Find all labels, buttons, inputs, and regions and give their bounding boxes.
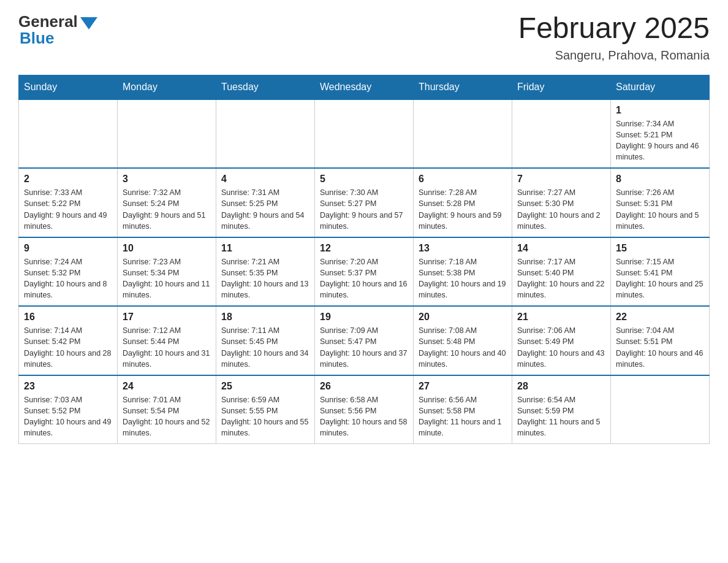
- day-number: 18: [221, 312, 309, 323]
- day-info: Sunrise: 7:09 AMSunset: 5:47 PMDaylight:…: [320, 325, 408, 370]
- day-number: 10: [123, 243, 211, 254]
- day-info: Sunrise: 6:59 AMSunset: 5:55 PMDaylight:…: [221, 394, 309, 439]
- day-number: 3: [123, 174, 211, 185]
- calendar-cell: 27Sunrise: 6:56 AMSunset: 5:58 PMDayligh…: [414, 375, 512, 444]
- calendar-cell: [118, 99, 216, 169]
- calendar-cell: 19Sunrise: 7:09 AMSunset: 5:47 PMDayligh…: [315, 306, 414, 375]
- calendar-cell: 10Sunrise: 7:23 AMSunset: 5:34 PMDayligh…: [118, 237, 216, 307]
- month-title: February 2025: [518, 12, 710, 45]
- calendar-cell: 5Sunrise: 7:30 AMSunset: 5:27 PMDaylight…: [315, 168, 414, 237]
- calendar-cell: 15Sunrise: 7:15 AMSunset: 5:41 PMDayligh…: [611, 237, 710, 307]
- day-number: 15: [616, 243, 704, 254]
- day-info: Sunrise: 7:12 AMSunset: 5:44 PMDaylight:…: [123, 325, 211, 370]
- day-info: Sunrise: 7:18 AMSunset: 5:38 PMDaylight:…: [419, 256, 507, 301]
- day-number: 28: [517, 381, 605, 392]
- day-info: Sunrise: 7:17 AMSunset: 5:40 PMDaylight:…: [517, 256, 605, 301]
- day-number: 12: [320, 243, 408, 254]
- calendar-cell: 16Sunrise: 7:14 AMSunset: 5:42 PMDayligh…: [19, 306, 118, 375]
- weekday-header-tuesday: Tuesday: [216, 75, 315, 99]
- day-info: Sunrise: 7:15 AMSunset: 5:41 PMDaylight:…: [616, 256, 704, 301]
- calendar-cell: 24Sunrise: 7:01 AMSunset: 5:54 PMDayligh…: [118, 375, 216, 444]
- day-number: 4: [221, 174, 309, 185]
- calendar-cell: 7Sunrise: 7:27 AMSunset: 5:30 PMDaylight…: [512, 168, 611, 237]
- day-info: Sunrise: 7:20 AMSunset: 5:37 PMDaylight:…: [320, 256, 408, 301]
- day-number: 20: [419, 312, 507, 323]
- calendar-cell: 13Sunrise: 7:18 AMSunset: 5:38 PMDayligh…: [414, 237, 512, 307]
- calendar-cell: 11Sunrise: 7:21 AMSunset: 5:35 PMDayligh…: [216, 237, 315, 307]
- calendar-cell: 8Sunrise: 7:26 AMSunset: 5:31 PMDaylight…: [611, 168, 710, 237]
- logo: General Blue: [18, 12, 97, 48]
- day-info: Sunrise: 7:30 AMSunset: 5:27 PMDaylight:…: [320, 187, 408, 232]
- day-number: 11: [221, 243, 309, 254]
- calendar-cell: 14Sunrise: 7:17 AMSunset: 5:40 PMDayligh…: [512, 237, 611, 307]
- day-info: Sunrise: 7:06 AMSunset: 5:49 PMDaylight:…: [517, 325, 605, 370]
- weekday-header-wednesday: Wednesday: [315, 75, 414, 99]
- day-info: Sunrise: 6:56 AMSunset: 5:58 PMDaylight:…: [419, 394, 507, 439]
- day-number: 21: [517, 312, 605, 323]
- calendar-cell: 3Sunrise: 7:32 AMSunset: 5:24 PMDaylight…: [118, 168, 216, 237]
- logo-triangle-icon: [80, 17, 97, 29]
- logo-blue-text: Blue: [18, 29, 54, 48]
- calendar-cell: [19, 99, 118, 169]
- day-number: 25: [221, 381, 309, 392]
- weekday-header-friday: Friday: [512, 75, 611, 99]
- day-info: Sunrise: 7:21 AMSunset: 5:35 PMDaylight:…: [221, 256, 309, 301]
- day-info: Sunrise: 7:24 AMSunset: 5:32 PMDaylight:…: [24, 256, 112, 301]
- calendar-cell: 4Sunrise: 7:31 AMSunset: 5:25 PMDaylight…: [216, 168, 315, 237]
- day-number: 2: [24, 174, 112, 185]
- calendar-week-2: 9Sunrise: 7:24 AMSunset: 5:32 PMDaylight…: [19, 237, 710, 307]
- day-info: Sunrise: 7:32 AMSunset: 5:24 PMDaylight:…: [123, 187, 211, 232]
- day-number: 16: [24, 312, 112, 323]
- calendar-cell: [512, 99, 611, 169]
- day-info: Sunrise: 7:01 AMSunset: 5:54 PMDaylight:…: [123, 394, 211, 439]
- calendar-cell: [315, 99, 414, 169]
- day-number: 23: [24, 381, 112, 392]
- calendar-week-0: 1Sunrise: 7:34 AMSunset: 5:21 PMDaylight…: [19, 99, 710, 169]
- calendar-cell: 18Sunrise: 7:11 AMSunset: 5:45 PMDayligh…: [216, 306, 315, 375]
- calendar-cell: 6Sunrise: 7:28 AMSunset: 5:28 PMDaylight…: [414, 168, 512, 237]
- day-info: Sunrise: 7:26 AMSunset: 5:31 PMDaylight:…: [616, 187, 704, 232]
- calendar-cell: 17Sunrise: 7:12 AMSunset: 5:44 PMDayligh…: [118, 306, 216, 375]
- day-info: Sunrise: 7:23 AMSunset: 5:34 PMDaylight:…: [123, 256, 211, 301]
- day-number: 17: [123, 312, 211, 323]
- calendar-cell: [611, 375, 710, 444]
- day-number: 1: [616, 105, 704, 116]
- day-info: Sunrise: 7:08 AMSunset: 5:48 PMDaylight:…: [419, 325, 507, 370]
- day-number: 22: [616, 312, 704, 323]
- weekday-header-sunday: Sunday: [19, 75, 118, 99]
- day-number: 27: [419, 381, 507, 392]
- calendar-cell: 20Sunrise: 7:08 AMSunset: 5:48 PMDayligh…: [414, 306, 512, 375]
- day-number: 8: [616, 174, 704, 185]
- page-header: General Blue February 2025 Sangeru, Prah…: [18, 12, 710, 63]
- day-number: 14: [517, 243, 605, 254]
- day-info: Sunrise: 7:03 AMSunset: 5:52 PMDaylight:…: [24, 394, 112, 439]
- calendar-cell: 23Sunrise: 7:03 AMSunset: 5:52 PMDayligh…: [19, 375, 118, 444]
- day-number: 13: [419, 243, 507, 254]
- day-info: Sunrise: 6:54 AMSunset: 5:59 PMDaylight:…: [517, 394, 605, 439]
- day-number: 19: [320, 312, 408, 323]
- day-number: 6: [419, 174, 507, 185]
- day-number: 24: [123, 381, 211, 392]
- day-number: 26: [320, 381, 408, 392]
- day-info: Sunrise: 7:33 AMSunset: 5:22 PMDaylight:…: [24, 187, 112, 232]
- calendar-cell: 21Sunrise: 7:06 AMSunset: 5:49 PMDayligh…: [512, 306, 611, 375]
- calendar-cell: 25Sunrise: 6:59 AMSunset: 5:55 PMDayligh…: [216, 375, 315, 444]
- day-info: Sunrise: 7:28 AMSunset: 5:28 PMDaylight:…: [419, 187, 507, 232]
- day-info: Sunrise: 7:34 AMSunset: 5:21 PMDaylight:…: [616, 118, 704, 163]
- day-info: Sunrise: 7:27 AMSunset: 5:30 PMDaylight:…: [517, 187, 605, 232]
- title-section: February 2025 Sangeru, Prahova, Romania: [518, 12, 710, 63]
- calendar-cell: [216, 99, 315, 169]
- calendar-cell: 12Sunrise: 7:20 AMSunset: 5:37 PMDayligh…: [315, 237, 414, 307]
- calendar-cell: 26Sunrise: 6:58 AMSunset: 5:56 PMDayligh…: [315, 375, 414, 444]
- day-number: 5: [320, 174, 408, 185]
- day-info: Sunrise: 7:14 AMSunset: 5:42 PMDaylight:…: [24, 325, 112, 370]
- weekday-header-monday: Monday: [118, 75, 216, 99]
- day-info: Sunrise: 7:11 AMSunset: 5:45 PMDaylight:…: [221, 325, 309, 370]
- weekday-header-saturday: Saturday: [611, 75, 710, 99]
- weekday-header-thursday: Thursday: [414, 75, 512, 99]
- calendar-week-3: 16Sunrise: 7:14 AMSunset: 5:42 PMDayligh…: [19, 306, 710, 375]
- calendar-cell: 28Sunrise: 6:54 AMSunset: 5:59 PMDayligh…: [512, 375, 611, 444]
- calendar-cell: 9Sunrise: 7:24 AMSunset: 5:32 PMDaylight…: [19, 237, 118, 307]
- calendar-week-4: 23Sunrise: 7:03 AMSunset: 5:52 PMDayligh…: [19, 375, 710, 444]
- calendar-cell: 2Sunrise: 7:33 AMSunset: 5:22 PMDaylight…: [19, 168, 118, 237]
